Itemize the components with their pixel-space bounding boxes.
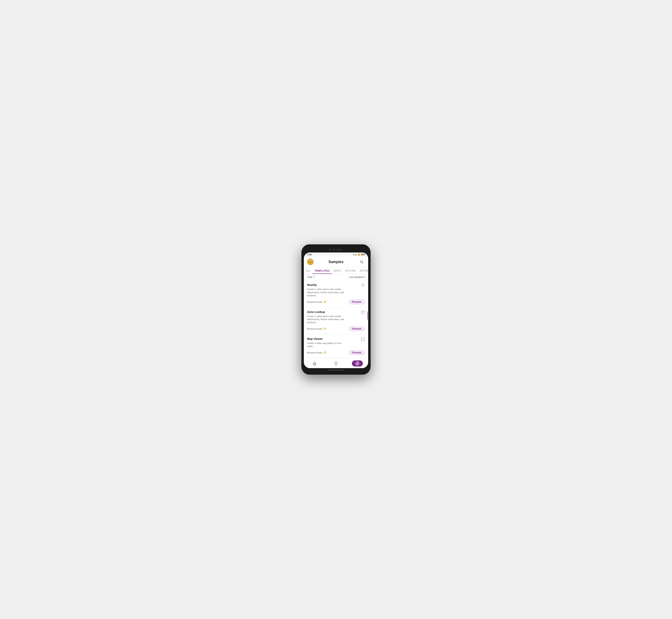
svg-line-1 [362, 263, 363, 264]
card-zone-lookup-icon [361, 310, 365, 316]
phone-camera [329, 249, 331, 251]
bottom-nav [304, 358, 368, 368]
nav-home[interactable] [309, 360, 320, 366]
scroll-indicator [367, 312, 368, 320]
card-map-viewer-footer: Resource level: 🔑 Preview [307, 350, 365, 355]
card-zone-lookup-title: Zone Lookup [307, 310, 365, 314]
card-nearby-footer: Resource level: 🔑 Preview [307, 299, 365, 304]
card-map-viewer-desc: Create a native app gallery of your maps… [307, 342, 348, 348]
preview-button-nearby[interactable]: Preview [348, 299, 365, 304]
tab-editing[interactable]: EDITIN… [358, 267, 368, 274]
app-header: 🐱 Samples [304, 257, 368, 267]
card-zone-lookup-desc: Create a native app to view media attach… [307, 315, 348, 324]
status-bar: 1:34 ▼▲ 📶 33% [304, 253, 368, 257]
status-time: 1:34 [307, 253, 312, 256]
content-list: Nearby Create a native app to view media… [304, 280, 368, 358]
card-zone-lookup: Zone Lookup Create a native app to view … [304, 307, 368, 334]
nav-download[interactable] [331, 360, 341, 366]
svg-point-2 [362, 284, 363, 285]
resource-level-map: Resource level: 🔑 [307, 351, 326, 354]
svg-rect-3 [361, 311, 364, 314]
card-nearby: Nearby Create a native app to view media… [304, 280, 368, 307]
tab-templates[interactable]: TEMPLATES [312, 267, 332, 274]
avatar[interactable]: 🐱 [307, 259, 314, 265]
chevron-down-icon: ▾ [364, 276, 365, 279]
preview-button-map[interactable]: Preview [348, 350, 365, 355]
card-map-viewer-title: Map Viewer [307, 337, 365, 340]
phone-screen: 1:34 ▼▲ 📶 33% 🐱 Samples ALL TEMPLA [304, 253, 368, 368]
resource-level-nearby: Resource level: 🔑 [307, 300, 326, 303]
phone-top-hardware [304, 247, 368, 253]
sort-button[interactable]: Last updated ▾ [349, 276, 365, 279]
tab-bar: ALL TEMPLATES MAPS OFFLINE EDITIN… [304, 267, 368, 274]
home-indicator [328, 370, 344, 370]
phone-bottom-hardware [304, 368, 368, 372]
search-button[interactable] [358, 259, 365, 265]
sort-label: Last updated [349, 276, 363, 279]
card-nearby-title: Nearby [307, 283, 365, 286]
tab-all[interactable]: ALL [304, 267, 312, 274]
card-nearby-desc: Create a native app to view media attach… [307, 288, 348, 297]
card-nearby-icon [361, 283, 365, 288]
phone-device: 1:34 ▼▲ 📶 33% 🐱 Samples ALL TEMPLA [301, 244, 371, 374]
card-zone-lookup-footer: Resource level: 🔑 Preview [307, 326, 365, 332]
resource-icon-map: 🔑 [323, 351, 326, 354]
filter-row: Total: 7 Last updated ▾ [304, 274, 368, 280]
page-title: Samples [329, 260, 343, 264]
total-count: Total: 7 [307, 276, 315, 279]
tab-maps[interactable]: MAPS [332, 267, 343, 274]
battery-icon: 33% [361, 254, 365, 256]
resource-label-zone: Resource level: [307, 328, 323, 330]
card-map-viewer-icon [361, 337, 365, 342]
resource-label-map: Resource level: [307, 351, 323, 354]
resource-icon-zone: 🔑 [323, 327, 326, 330]
signal-icon: 📶 [357, 254, 360, 256]
nav-compass[interactable] [352, 360, 363, 366]
resource-label-nearby: Resource level: [307, 301, 323, 303]
resource-icon-nearby: 🔑 [323, 300, 326, 303]
tab-offline[interactable]: OFFLINE [343, 267, 358, 274]
card-map-viewer: Map Viewer Create a native app gallery o… [304, 334, 368, 358]
resource-level-zone: Resource level: 🔑 [307, 327, 326, 330]
wifi-icon: ▼▲ [353, 254, 357, 256]
avatar-emoji: 🐱 [308, 260, 313, 264]
svg-point-5 [356, 362, 359, 365]
phone-speaker [333, 249, 343, 250]
svg-point-0 [360, 261, 363, 263]
preview-button-zone[interactable]: Preview [348, 326, 365, 332]
